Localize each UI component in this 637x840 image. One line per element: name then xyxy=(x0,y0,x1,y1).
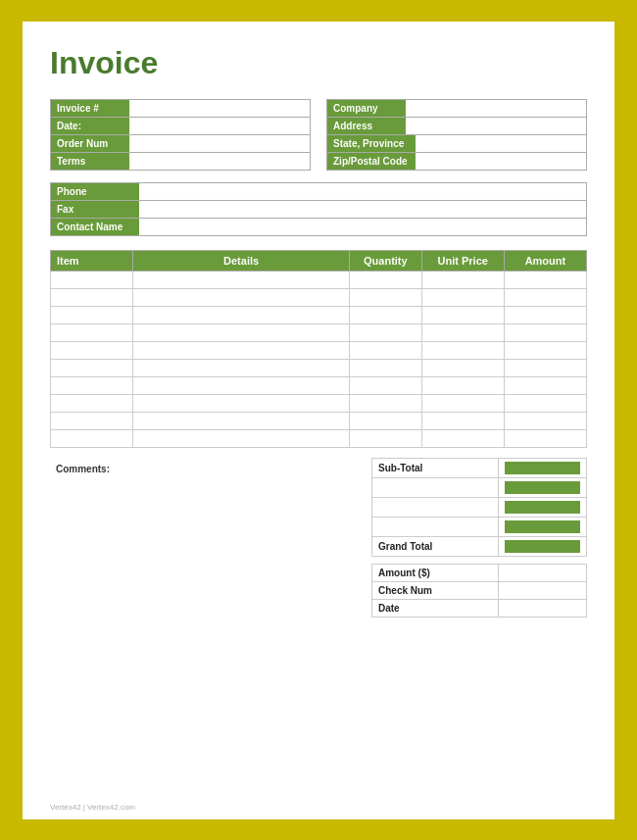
row-details[interactable] xyxy=(133,341,350,359)
row-amount[interactable] xyxy=(504,306,586,323)
row-amount[interactable] xyxy=(504,376,586,394)
date-row: Date: xyxy=(51,118,310,135)
row-unit-price[interactable] xyxy=(421,376,504,394)
row-quantity[interactable] xyxy=(350,288,422,306)
row-quantity[interactable] xyxy=(350,306,422,323)
page-title: Invoice xyxy=(50,45,587,81)
address-value[interactable] xyxy=(406,118,586,134)
extra-input-1[interactable] xyxy=(499,477,587,497)
row-quantity[interactable] xyxy=(350,341,422,359)
row-amount[interactable] xyxy=(504,429,586,447)
contact-name-row: Contact Name xyxy=(51,219,586,235)
row-details[interactable] xyxy=(133,394,350,412)
row-unit-price[interactable] xyxy=(421,341,504,359)
zip-label: Zip/Postal Code xyxy=(327,153,416,170)
row-unit-price[interactable] xyxy=(421,271,504,288)
row-amount[interactable] xyxy=(504,271,586,288)
row-item[interactable] xyxy=(51,271,133,288)
row-quantity[interactable] xyxy=(350,394,422,412)
subtotal-row: Sub-Total xyxy=(372,458,587,477)
row-details[interactable] xyxy=(133,271,350,288)
table-row xyxy=(51,429,587,447)
header-amount: Amount xyxy=(504,250,586,271)
row-details[interactable] xyxy=(133,376,350,394)
row-quantity[interactable] xyxy=(350,429,422,447)
row-quantity[interactable] xyxy=(350,323,422,341)
extra-row-1 xyxy=(372,477,587,497)
extra-input-3[interactable] xyxy=(499,517,587,536)
row-unit-price[interactable] xyxy=(421,429,504,447)
table-row xyxy=(51,306,587,323)
row-quantity[interactable] xyxy=(350,271,422,288)
row-amount[interactable] xyxy=(504,341,586,359)
payment-date-row: Date xyxy=(372,599,587,617)
row-details[interactable] xyxy=(133,288,350,306)
row-unit-price[interactable] xyxy=(421,359,504,376)
comments-label: Comments: xyxy=(56,464,110,474)
phone-value[interactable] xyxy=(139,183,586,200)
row-item[interactable] xyxy=(51,429,133,447)
row-item[interactable] xyxy=(51,288,133,306)
row-details[interactable] xyxy=(133,412,350,429)
row-amount[interactable] xyxy=(504,394,586,412)
row-amount[interactable] xyxy=(504,412,586,429)
row-item[interactable] xyxy=(51,323,133,341)
fax-value[interactable] xyxy=(139,201,586,218)
row-unit-price[interactable] xyxy=(421,306,504,323)
phone-row: Phone xyxy=(51,183,586,201)
row-item[interactable] xyxy=(51,341,133,359)
date-value[interactable] xyxy=(129,118,310,134)
row-quantity[interactable] xyxy=(350,359,422,376)
amount-input[interactable] xyxy=(499,564,587,581)
row-details[interactable] xyxy=(133,429,350,447)
totals-table: Sub-Total xyxy=(371,458,587,618)
row-unit-price[interactable] xyxy=(421,288,504,306)
header-unit-price: Unit Price xyxy=(421,250,504,271)
company-value[interactable] xyxy=(406,100,586,117)
zip-value[interactable] xyxy=(416,153,586,170)
state-label: State, Province xyxy=(327,135,416,152)
row-quantity[interactable] xyxy=(350,412,422,429)
table-row xyxy=(51,288,587,306)
contact-name-value[interactable] xyxy=(139,219,586,235)
table-row xyxy=(51,412,587,429)
row-item[interactable] xyxy=(51,306,133,323)
subtotal-label: Sub-Total xyxy=(372,458,499,477)
check-num-input[interactable] xyxy=(499,581,587,599)
company-row: Company xyxy=(327,100,586,118)
extra-label-2 xyxy=(372,497,499,517)
header-item: Item xyxy=(51,250,133,271)
invoice-number-value[interactable] xyxy=(129,100,310,117)
row-unit-price[interactable] xyxy=(421,394,504,412)
terms-value[interactable] xyxy=(129,153,310,170)
state-value[interactable] xyxy=(416,135,586,152)
row-item[interactable] xyxy=(51,376,133,394)
terms-label: Terms xyxy=(51,153,129,170)
row-quantity[interactable] xyxy=(350,376,422,394)
row-amount[interactable] xyxy=(504,288,586,306)
row-amount[interactable] xyxy=(504,323,586,341)
invoice-table: Item Details Quantity Unit Price Amount xyxy=(50,250,587,448)
row-item[interactable] xyxy=(51,412,133,429)
extra-row-2 xyxy=(372,497,587,517)
payment-date-label: Date xyxy=(372,599,499,617)
row-unit-price[interactable] xyxy=(421,412,504,429)
top-section: Invoice # Date: Order Num Terms Company xyxy=(50,99,587,171)
row-details[interactable] xyxy=(133,359,350,376)
table-row xyxy=(51,376,587,394)
subtotal-input[interactable] xyxy=(499,458,587,477)
fax-row: Fax xyxy=(51,201,586,219)
order-num-value[interactable] xyxy=(129,135,310,152)
row-item[interactable] xyxy=(51,394,133,412)
grand-total-input[interactable] xyxy=(499,536,587,556)
row-item[interactable] xyxy=(51,359,133,376)
extra-input-2[interactable] xyxy=(499,497,587,517)
row-details[interactable] xyxy=(133,323,350,341)
address-row: Address xyxy=(327,118,586,135)
payment-date-input[interactable] xyxy=(499,599,587,617)
row-amount[interactable] xyxy=(504,359,586,376)
row-details[interactable] xyxy=(133,306,350,323)
row-unit-price[interactable] xyxy=(421,323,504,341)
extra-label-1 xyxy=(372,477,499,497)
order-num-row: Order Num xyxy=(51,135,310,153)
